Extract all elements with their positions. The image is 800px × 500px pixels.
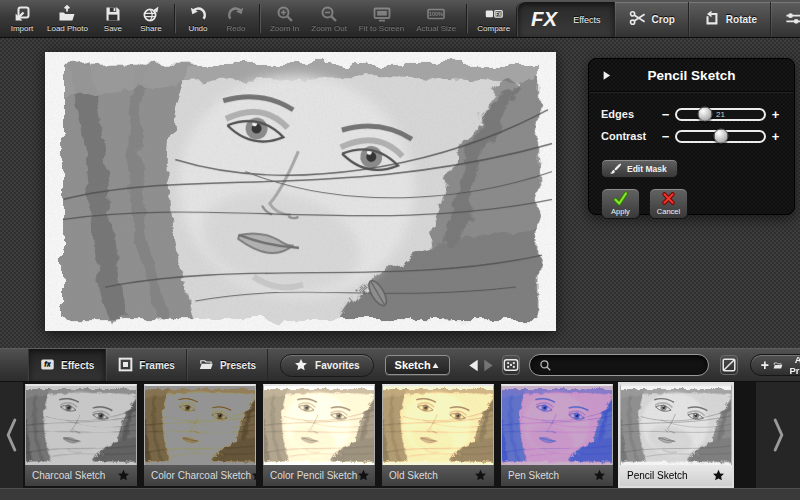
svg-text:fx: fx (44, 361, 51, 369)
fit-to-screen-icon (373, 4, 391, 23)
zoom-in-button[interactable]: Zoom In (264, 0, 305, 37)
add-preset-button[interactable]: + Add Preset (750, 354, 800, 376)
edges-slider[interactable]: 21 (675, 108, 766, 121)
thumbnail-name: Charcoal Sketch (32, 470, 105, 481)
bottom-toolbar: fxEffectsFramesPresets Favorites Sketch (0, 348, 800, 382)
search-input[interactable] (557, 359, 699, 371)
favorite-star-icon[interactable] (474, 469, 487, 482)
cancel-button[interactable]: Cancel (649, 188, 688, 219)
share-label: Share (140, 24, 161, 33)
thumbnail-image (25, 384, 137, 465)
contrast-increase-button[interactable]: + (769, 130, 782, 143)
thumbnail-old-sketch[interactable]: Old Sketch (382, 384, 494, 486)
share-button[interactable]: Share (132, 0, 170, 37)
import-button[interactable]: Import (3, 0, 41, 37)
tab-presets[interactable]: Presets (187, 349, 268, 381)
tab-frames[interactable]: Frames (106, 349, 187, 381)
compare-button[interactable]: FXCompare (471, 0, 516, 37)
rotate-mode-button[interactable]: Rotate (689, 2, 771, 37)
masked-square-icon (721, 357, 737, 373)
favorite-star-icon[interactable] (593, 469, 606, 482)
redo-label: Redo (226, 24, 245, 33)
edges-decrease-button[interactable]: − (659, 108, 672, 121)
thumbnail-label-bar: Old Sketch (382, 465, 494, 486)
fx-badge-icon: fx (40, 357, 55, 374)
edges-slider-thumb[interactable] (697, 107, 712, 122)
category-dropdown-value: Sketch (395, 359, 431, 371)
apply-label: Apply (611, 207, 630, 216)
crop-mode-button[interactable]: Crop (615, 2, 689, 37)
favorites-button[interactable]: Favorites (280, 354, 373, 377)
undo-button[interactable]: Undo (179, 0, 217, 37)
next-page-button[interactable] (481, 355, 496, 375)
contrast-label: Contrast (601, 130, 659, 142)
load-photo-label: Load Photo (47, 24, 88, 33)
contrast-slider-thumb[interactable] (713, 129, 728, 144)
redo-button[interactable]: Redo (217, 0, 255, 37)
save-button[interactable]: Save (94, 0, 132, 37)
random-effect-button[interactable] (502, 355, 520, 375)
chevron-right-icon (771, 414, 786, 456)
favorite-star-icon[interactable] (712, 469, 725, 482)
zoom-out-icon (320, 4, 338, 23)
thumbnail-strip: Charcoal Sketch (0, 382, 800, 488)
panel-tabs: fxEffectsFramesPresets (28, 349, 268, 381)
save-label: Save (104, 24, 122, 33)
zoom-in-label: Zoom In (270, 24, 299, 33)
favorite-star-icon[interactable] (357, 469, 370, 482)
toolbar-button-group: ImportLoad PhotoSaveShareUndoRedoZoom In… (0, 0, 516, 37)
effects-mode-label: Effects (573, 15, 600, 25)
thumbnail-charcoal-sketch[interactable]: Charcoal Sketch (25, 384, 137, 486)
search-box (529, 354, 709, 376)
edges-increase-button[interactable]: + (769, 108, 782, 121)
thumbnail-label-bar: Color Charcoal Sketch (144, 465, 256, 486)
thumbnail-image (382, 384, 494, 465)
share-icon (142, 4, 160, 23)
previous-page-button[interactable] (466, 355, 481, 375)
effect-settings-panel: Pencil Sketch Edges−21+Contrast−+ Edit M… (588, 58, 795, 215)
undo-label: Undo (188, 24, 207, 33)
thumbnail-image (144, 384, 256, 465)
edges-value: 21 (677, 110, 764, 119)
scroll-left-button[interactable] (0, 382, 23, 488)
thumbnail-image (501, 384, 613, 465)
fit-to-screen-button[interactable]: Fit to Screen (353, 0, 410, 37)
adjust-mode-button[interactable]: Adjust (771, 2, 800, 37)
cross-icon (661, 191, 676, 206)
apply-button[interactable]: Apply (601, 188, 640, 219)
contrast-decrease-button[interactable]: − (659, 130, 672, 143)
load-photo-button[interactable]: Load Photo (41, 0, 94, 37)
tab-effects[interactable]: fxEffects (28, 349, 106, 381)
panel-collapse-arrow-icon[interactable] (600, 69, 613, 82)
thumbnail-color-pencil-sketch[interactable]: Color Pencil Sketch (263, 384, 375, 486)
presets-icon (199, 357, 214, 374)
frames-icon (118, 357, 133, 374)
effect-title: Pencil Sketch (613, 68, 770, 83)
actual-size-button[interactable]: 100%Actual Size (410, 0, 462, 37)
toolbar-separator (466, 4, 467, 33)
edit-mask-button[interactable]: Edit Mask (601, 159, 678, 178)
edges-label: Edges (601, 108, 659, 120)
thumbnail-color-charcoal-sketch[interactable]: Color Charcoal Sketch (144, 384, 256, 486)
favorite-star-icon[interactable] (251, 469, 256, 482)
left-arrow-icon (466, 358, 481, 373)
favorite-star-icon[interactable] (117, 469, 130, 482)
preset-folder-icon (773, 358, 783, 373)
toolbar-separator (174, 4, 175, 33)
thumbnail-pen-sketch[interactable]: Pen Sketch (501, 384, 613, 486)
thumbnail-image (620, 384, 732, 465)
zoom-out-label: Zoom Out (311, 24, 347, 33)
thumbnail-pencil-sketch[interactable]: Pencil Sketch (620, 384, 732, 486)
plus-icon: + (761, 358, 769, 372)
add-preset-label: Add Preset (787, 354, 800, 376)
category-dropdown[interactable]: Sketch (385, 355, 450, 375)
zoom-in-icon (276, 4, 294, 23)
load-photo-icon (58, 4, 76, 23)
zoom-out-button[interactable]: Zoom Out (305, 0, 353, 37)
effects-mode-button[interactable]: FXEffects (517, 2, 614, 37)
mask-toggle-button[interactable] (720, 355, 738, 375)
svg-text:FX: FX (495, 11, 502, 16)
scroll-right-button[interactable] (756, 382, 800, 488)
favorites-label: Favorites (315, 360, 359, 371)
contrast-slider[interactable] (675, 130, 766, 143)
